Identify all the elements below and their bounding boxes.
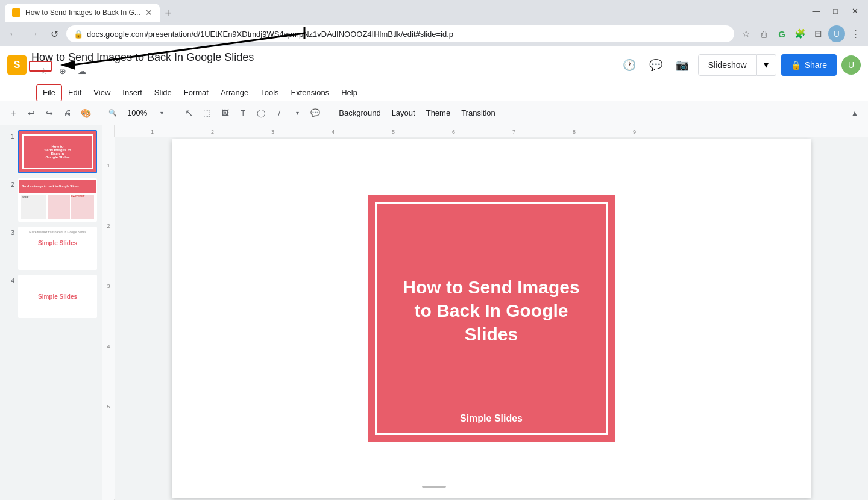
address-bar[interactable]: 🔒 docs.google.com/presentation/d/1UEtKEn… — [66, 25, 734, 42]
menu-view[interactable]: View — [87, 84, 116, 101]
collapse-panel-btn[interactable]: ▲ — [846, 105, 863, 122]
share-btn-group: 🔒 Share — [781, 54, 837, 76]
undo-btn[interactable]: ↩ — [23, 105, 40, 122]
menu-help[interactable]: Help — [335, 84, 363, 101]
tab-title: How to Send Images to Back In G... — [25, 8, 140, 17]
menu-extensions[interactable]: Extensions — [285, 84, 336, 101]
slide-subtitle: Simple Slides — [380, 407, 603, 424]
zoom-level[interactable]: 100% — [122, 105, 152, 122]
slide-num-1: 1 — [5, 133, 14, 140]
slideshow-dropdown-btn[interactable]: ▾ — [757, 54, 776, 76]
background-btn[interactable]: Background — [334, 105, 385, 122]
slide-preview-2[interactable]: Send an image to back in Google Slides S… — [18, 178, 97, 222]
shape-tool[interactable]: ⬚ — [198, 105, 215, 122]
slide-thumb-3[interactable]: 3 Make the text transparent in Google Sl… — [5, 227, 97, 270]
svg-text:3: 3 — [271, 129, 274, 135]
add-to-drive-btn[interactable]: ⊕ — [55, 64, 70, 78]
svg-rect-10 — [102, 137, 115, 499]
slide-thumb-1[interactable]: 1 How toSend Images toBack InGoogle Slid… — [5, 130, 97, 173]
scroll-indicator — [422, 486, 446, 488]
slide-preview-3[interactable]: Make the text transparent in Google Slid… — [18, 227, 97, 270]
new-tab-button[interactable]: + — [160, 5, 177, 22]
browser-tab[interactable]: How to Send Images to Back In G... ✕ — [5, 4, 160, 22]
header-right: 🕐 💬 📷 Slideshow ▾ 🔒 Share U — [618, 54, 861, 76]
theme-btn[interactable]: Theme — [421, 105, 455, 122]
transition-btn[interactable]: Transition — [456, 105, 500, 122]
ruler-row: 1 2 3 4 5 6 7 8 9 — [102, 125, 868, 137]
ruler-horizontal: 1 2 3 4 5 6 7 8 9 — [115, 125, 868, 137]
svg-rect-0 — [115, 125, 868, 137]
svg-text:6: 6 — [452, 129, 455, 135]
star-btn[interactable]: ☆ — [36, 64, 51, 78]
line-tool[interactable]: / — [271, 105, 288, 122]
slide-preview-4[interactable]: Simple Slides — [18, 275, 97, 318]
menu-insert[interactable]: Insert — [116, 84, 148, 101]
menu-edit[interactable]: Edit — [62, 84, 87, 101]
slide-content-block: How to Send Images to Back In Google Sli… — [368, 195, 615, 442]
select-tool[interactable]: ↖ — [180, 105, 197, 122]
minimize-btn[interactable]: — — [808, 2, 825, 19]
menu-arrange[interactable]: Arrange — [215, 84, 254, 101]
main-slide[interactable]: How to Send Images to Back In Google Sli… — [172, 139, 811, 498]
browser-menu-btn[interactable]: ⋮ — [848, 26, 863, 42]
doc-actions: ☆ ⊕ ☁ — [36, 64, 254, 78]
tab-close-btn[interactable]: ✕ — [145, 8, 153, 17]
cloud-save-btn[interactable]: ☁ — [75, 64, 89, 78]
toolbar-divider-2 — [175, 107, 175, 119]
ruler-vertical: 1 2 3 4 5 — [102, 137, 115, 500]
user-avatar[interactable]: U — [841, 55, 861, 75]
zoom-out-btn[interactable]: 🔍 — [104, 105, 121, 122]
split-screen-btn[interactable]: ⊟ — [810, 26, 826, 42]
close-btn[interactable]: ✕ — [846, 2, 863, 19]
layout-btn[interactable]: Layout — [387, 105, 420, 122]
image-tool[interactable]: 🖼 — [216, 105, 233, 122]
menu-tools[interactable]: Tools — [254, 84, 285, 101]
comments-btn[interactable]: 💬 — [645, 54, 667, 76]
menu-file[interactable]: File — [36, 84, 62, 101]
print-btn[interactable]: 🖨 — [59, 105, 76, 122]
slide-canvas[interactable]: How to Send Images to Back In Google Sli… — [115, 137, 868, 500]
svg-text:4: 4 — [107, 343, 110, 349]
menu-format[interactable]: Format — [178, 84, 215, 101]
slide-thumb-2[interactable]: 2 Send an image to back in Google Slides… — [5, 178, 97, 222]
svg-text:2: 2 — [211, 129, 214, 135]
svg-text:2: 2 — [107, 223, 110, 229]
restore-btn[interactable]: □ — [827, 2, 844, 19]
toolbar-divider-3 — [329, 107, 329, 119]
zoom-dropdown-btn[interactable]: ▾ — [153, 105, 170, 122]
line-dropdown[interactable]: ▾ — [289, 105, 306, 122]
ruler-v-svg: 1 2 3 4 5 — [102, 137, 115, 499]
doc-title: How to Send Images to Back In Google Sli… — [31, 51, 254, 64]
ruler-h-svg: 1 2 3 4 5 6 7 8 9 — [115, 125, 868, 137]
share-button[interactable]: 🔒 Share — [781, 54, 837, 76]
paint-format-btn[interactable]: 🎨 — [77, 105, 94, 122]
video-btn[interactable]: 📷 — [671, 54, 693, 76]
forward-btn[interactable]: → — [25, 25, 42, 42]
extensions-btn[interactable]: 🧩 — [792, 26, 808, 42]
comment-tool[interactable]: 💬 — [307, 105, 324, 122]
text-tool[interactable]: T — [234, 105, 251, 122]
canvas-area: 1 2 3 4 5 6 7 8 9 1 2 3 — [102, 125, 868, 500]
slide-thumb-4[interactable]: 4 Simple Slides — [5, 275, 97, 318]
googlemeet-btn[interactable]: G — [774, 26, 790, 42]
canvas-with-ruler: 1 2 3 4 5 How to Send Images to Back In — [102, 137, 868, 500]
slideshow-group: Slideshow ▾ — [698, 54, 776, 76]
profile-share-btn[interactable]: ⎙ — [756, 26, 772, 42]
back-btn[interactable]: ← — [5, 25, 22, 42]
user-avatar-browser[interactable]: U — [828, 25, 845, 42]
reload-btn[interactable]: ↺ — [46, 25, 63, 42]
ruler-corner — [102, 125, 115, 137]
svg-text:7: 7 — [512, 129, 515, 135]
version-history-btn[interactable]: 🕐 — [618, 54, 640, 76]
slide-area: 1 How toSend Images toBack InGoogle Slid… — [0, 125, 868, 500]
bookmarks-btn[interactable]: ☆ — [738, 26, 753, 42]
menu-slide[interactable]: Slide — [148, 84, 178, 101]
svg-text:3: 3 — [107, 283, 110, 289]
shape-menu-btn[interactable]: ◯ — [253, 105, 269, 122]
slideshow-button[interactable]: Slideshow — [698, 54, 757, 76]
add-slide-btn[interactable]: + — [5, 105, 22, 122]
slide-num-2: 2 — [5, 181, 14, 188]
svg-text:5: 5 — [392, 129, 395, 135]
redo-btn[interactable]: ↪ — [41, 105, 58, 122]
slide-preview-1[interactable]: How toSend Images toBack InGoogle Slides — [18, 130, 97, 173]
